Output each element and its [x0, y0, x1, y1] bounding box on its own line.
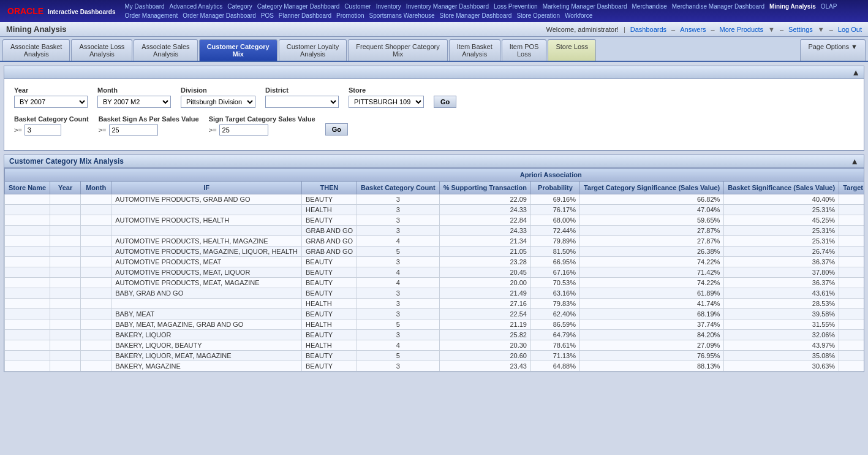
table-row: HEALTH324.3376.17%47.04%25.31%150,000318… [5, 205, 864, 215]
dashboards-link[interactable]: Dashboards [630, 26, 666, 33]
nav-mining-analysis[interactable]: Mining Analysis [768, 2, 818, 10]
basket-sign-input[interactable] [109, 124, 158, 136]
nav-inventory[interactable]: Inventory [374, 2, 403, 10]
tab-store-loss[interactable]: Store Loss [548, 39, 596, 61]
nav-merchandise-manager[interactable]: Merchandise Manager Dashboard [670, 2, 766, 10]
month-select[interactable]: BY 2007 M2 [97, 96, 171, 108]
col-basket-count: Basket Category Count [357, 182, 440, 194]
table-row: BABY, MEATBEAUTY322.5462.40%68.19%39.58%… [5, 309, 864, 319]
answers-link[interactable]: Answers [680, 26, 706, 33]
nav-merchandise[interactable]: Merchandise [630, 2, 669, 10]
main-content: ▲ Year BY 2007 Month BY 2007 M2 Division [0, 66, 868, 372]
year-label: Year [14, 86, 88, 94]
sign-target-input[interactable] [219, 124, 268, 136]
district-label: District [265, 86, 339, 94]
tab-associate-sales[interactable]: Associate SalesAnalysis [134, 39, 197, 61]
more-products-link[interactable]: More Products [720, 26, 764, 33]
oracle-subtitle: Interactive Dashboards [46, 9, 115, 15]
go-button-group-2: Go [325, 123, 348, 136]
analysis-title: Customer Category Mix Analysis [9, 157, 124, 166]
basket-category-count-input[interactable] [25, 124, 61, 136]
district-filter-group: District [265, 86, 339, 108]
settings-link[interactable]: Settings [788, 26, 813, 33]
sign-target-group: Sign Target Category Sales Value >= [209, 115, 315, 136]
division-select[interactable]: Pittsburgh Division [181, 96, 255, 108]
filter-collapse-button[interactable]: ▲ [851, 67, 860, 77]
tab-item-basket[interactable]: Item BasketAnalysis [449, 39, 500, 61]
apriori-table: Apriori Association Store Name Year Mont… [4, 168, 864, 372]
analysis-section: Customer Category Mix Analysis ▲ Apriori… [4, 155, 864, 372]
basket-count-prefix: >= [14, 126, 22, 134]
nav-planner[interactable]: Planner Dashboard [277, 12, 333, 20]
go-button-2[interactable]: Go [325, 123, 348, 136]
welcome-text: Welcome, administrator! [546, 26, 619, 33]
basket-category-count-label: Basket Category Count [14, 115, 89, 123]
table-row: BAKERY, MAGAZINEBEAUTY323.4364.88%88.13%… [5, 361, 864, 372]
basket-sign-label: Basket Sign As Per Sales Value [99, 115, 199, 123]
nav-pos[interactable]: POS [259, 12, 276, 20]
table-row: BABY, GRAB AND GOBEAUTY321.4963.16%61.89… [5, 288, 864, 299]
tab-page-options[interactable]: Page Options ▼ [800, 39, 866, 61]
nav-links: My Dashboard Advanced Analytics Category… [123, 2, 864, 20]
tab-associate-basket[interactable]: Associate BasketAnalysis [2, 39, 70, 61]
month-label: Month [97, 86, 171, 94]
nav-advanced-analytics[interactable]: Advanced Analytics [168, 2, 225, 10]
table-row: AUTOMOTIVE PRODUCTS, GRAB AND GOBEAUTY32… [5, 194, 864, 205]
nav-customer[interactable]: Customer [342, 2, 372, 10]
logout-link[interactable]: Log Out [838, 26, 862, 33]
header-right: Welcome, administrator! | Dashboards – A… [546, 26, 862, 33]
district-select[interactable] [265, 96, 339, 108]
table-row: AUTOMOTIVE PRODUCTS, MAGAZINE, LIQUOR, H… [5, 247, 864, 257]
table-row: AUTOMOTIVE PRODUCTS, MEATBEAUTY323.2866.… [5, 257, 864, 267]
tab-associate-loss[interactable]: Associate LossAnalysis [71, 39, 132, 61]
store-label: Store [349, 86, 424, 94]
store-select[interactable]: PITTSBURGH 109 [349, 96, 424, 108]
nav-store-operation[interactable]: Store Operation [515, 12, 562, 20]
analysis-collapse-button[interactable]: ▲ [850, 156, 859, 166]
nav-promotion[interactable]: Promotion [334, 12, 366, 20]
table-group-header: Apriori Association [5, 169, 864, 182]
nav-marketing-manager[interactable]: Marketing Manager Dashboard [541, 2, 629, 10]
analysis-header: Customer Category Mix Analysis ▲ [4, 155, 864, 168]
nav-category-manager[interactable]: Category Manager Dashboard [255, 2, 342, 10]
nav-order-manager[interactable]: Order Manager Dashboard [181, 12, 258, 20]
nav-workforce[interactable]: Workforce [563, 12, 594, 20]
oracle-logo: ORACLE Interactive Dashboards [5, 6, 116, 16]
tab-item-pos-loss[interactable]: Item POSLoss [502, 39, 547, 61]
basket-sign-group: Basket Sign As Per Sales Value >= [99, 115, 199, 136]
col-target-cat-sales: Target Category Sales Value [839, 182, 864, 194]
basket-sign-inline: >= [99, 124, 199, 136]
filter-row-1: Year BY 2007 Month BY 2007 M2 Division P… [14, 86, 854, 108]
col-target-cat-sig: Target Category Significance (Sales Valu… [579, 182, 723, 194]
filter-form: Year BY 2007 Month BY 2007 M2 Division P… [4, 79, 864, 150]
tab-frequent-shopper[interactable]: Frequent Shopper CategoryMix [348, 39, 447, 61]
nav-store-manager[interactable]: Store Manager Dashboard [438, 12, 514, 20]
table-row: AUTOMOTIVE PRODUCTS, HEALTH, MAGAZINEGRA… [5, 236, 864, 247]
nav-category[interactable]: Category [225, 2, 254, 10]
nav-olap[interactable]: OLAP [819, 2, 839, 10]
store-filter-group: Store PITTSBURGH 109 [349, 86, 424, 108]
tab-customer-category-mix[interactable]: Customer CategoryMix [199, 39, 277, 61]
year-filter-group: Year BY 2007 [14, 86, 88, 108]
col-month: Month [81, 182, 111, 194]
table-body: AUTOMOTIVE PRODUCTS, GRAB AND GOBEAUTY32… [5, 194, 864, 372]
nav-sportsmans[interactable]: Sportsmans Warehouse [368, 12, 437, 20]
sign-target-prefix: >= [209, 126, 217, 134]
table-row: AUTOMOTIVE PRODUCTS, MEAT, MAGAZINEBEAUT… [5, 278, 864, 288]
table-row: BAKERY, LIQUORBEAUTY325.8264.79%84.20%32… [5, 330, 864, 340]
col-if: IF [111, 182, 302, 194]
nav-inventory-manager[interactable]: Inventory Manager Dashboard [404, 2, 491, 10]
go-button-1[interactable]: Go [434, 96, 456, 108]
col-store-name: Store Name [5, 182, 50, 194]
nav-loss-prevention[interactable]: Loss Prevention [492, 2, 540, 10]
page-header: Mining Analysis Welcome, administrator! … [0, 22, 868, 37]
nav-my-dashboard[interactable]: My Dashboard [123, 2, 167, 10]
filter-section: ▲ Year BY 2007 Month BY 2007 M2 Division [4, 66, 864, 151]
table-row: BAKERY, LIQUOR, BEAUTYHEALTH420.3078.61%… [5, 340, 864, 351]
table-row: GRAB AND GO324.3372.44%27.87%25.31%88,85… [5, 226, 864, 236]
go-button-group-1: Go [434, 96, 456, 108]
tab-customer-loyalty[interactable]: Customer LoyaltyAnalysis [279, 39, 347, 61]
year-select[interactable]: BY 2007 [14, 96, 88, 108]
nav-order-management[interactable]: Order Management [123, 12, 180, 20]
table-row: HEALTH327.1679.83%41.74%28.53%150,000359… [5, 299, 864, 309]
